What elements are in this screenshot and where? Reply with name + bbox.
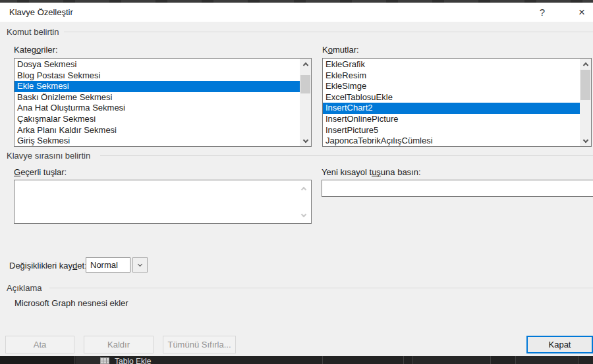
scroll-up-icon[interactable] <box>300 59 311 69</box>
new-shortcut-input[interactable] <box>322 180 593 197</box>
list-item[interactable]: InsertChart2 <box>323 103 580 114</box>
current-keys-listbox[interactable] <box>14 180 312 224</box>
label-accesskey: uş <box>372 167 381 177</box>
commands-label: Komutlar: <box>322 45 359 55</box>
chevron-up-icon <box>301 186 306 192</box>
scroll-down-icon[interactable] <box>580 136 591 146</box>
customize-keyboard-dialog: Klavye Özelleştir ? × Komut belirtin Kat… <box>0 0 593 364</box>
group-rule <box>64 32 593 32</box>
categories-scrollbar[interactable] <box>300 59 311 146</box>
help-icon[interactable]: ? <box>531 3 553 22</box>
list-item[interactable]: JaponcaTebrikAçılışCümlesi <box>323 136 580 147</box>
group-rule <box>100 155 593 156</box>
strip-separator <box>579 356 579 364</box>
chevron-down-icon <box>138 262 142 267</box>
table-icon <box>100 357 109 364</box>
list-item[interactable]: EkleSimge <box>323 81 580 92</box>
chevron-down-icon <box>582 137 588 142</box>
scrollbar-thumb[interactable] <box>580 70 590 100</box>
list-item[interactable]: Ekle Sekmesi <box>14 81 300 92</box>
label-text: K <box>322 45 328 55</box>
remove-button[interactable]: Kaldır <box>84 336 154 353</box>
list-item[interactable]: Giriş Sekmesi <box>14 136 300 147</box>
chevron-down-icon <box>301 211 306 217</box>
close-icon[interactable]: × <box>571 3 593 22</box>
group-description: Açıklama <box>7 283 42 293</box>
label-text: mutlar: <box>333 45 359 55</box>
list-item[interactable]: Ana Hat Oluşturma Sekmesi <box>14 103 300 114</box>
chevron-up-icon <box>302 62 308 67</box>
strip-segment <box>76 356 101 364</box>
strip-separator <box>490 356 491 364</box>
commands-list: EkleGrafikEkleResimEkleSimgeExcelTablosu… <box>323 59 580 146</box>
current-keys-label: Geçerli tuşlar: <box>14 167 67 177</box>
list-item[interactable]: InsertPicture5 <box>323 125 580 136</box>
group-specify-keyboard: Klavye sırasını belirtin <box>7 151 90 161</box>
label-accesskey: o <box>328 45 333 55</box>
list-item[interactable]: Çakışmalar Sekmesi <box>14 114 300 125</box>
command-description: Microsoft Graph nesnesi ekler <box>14 298 128 308</box>
strip-separator <box>515 356 516 364</box>
strip-segment <box>515 356 579 364</box>
background-window-strip: Tablo Ekle <box>0 356 593 364</box>
commands-scrollbar[interactable] <box>580 59 591 146</box>
close-button[interactable]: Kapat <box>526 336 593 353</box>
list-item[interactable]: Baskı Önizleme Sekmesi <box>14 92 300 103</box>
save-changes-label: Değişiklikleri kaydet: <box>9 261 87 271</box>
save-changes-combobox[interactable]: Normal <box>86 257 130 273</box>
categories-listbox[interactable]: Dosya SekmesiBlog Postası SekmesiEkle Se… <box>14 58 312 147</box>
list-item[interactable]: InsertOnlinePicture <box>323 114 580 125</box>
list-item[interactable]: EkleResim <box>323 70 580 82</box>
chevron-down-icon <box>302 137 308 142</box>
group-specify-command: Komut belirtin <box>7 27 59 37</box>
list-item[interactable]: EkleGrafik <box>323 59 580 70</box>
new-shortcut-label: Yeni kısayol tuşuna basın: <box>322 167 421 177</box>
commands-listbox[interactable]: EkleGrafikEkleResimEkleSimgeExcelTablosu… <box>322 58 592 147</box>
strip-separator <box>412 356 413 364</box>
strip-segment <box>0 356 74 364</box>
label-text: Değişiklikleri kay <box>9 261 72 271</box>
strip-segment <box>412 356 490 364</box>
list-item[interactable]: ExcelTablosuEkle <box>323 92 580 103</box>
label-text: riler: <box>41 45 57 55</box>
save-changes-dropdown-button[interactable] <box>132 257 148 273</box>
strip-separator <box>74 356 75 364</box>
dialog-titlebar[interactable]: Klavye Özelleştir ? × <box>0 3 593 22</box>
list-item[interactable]: Blog Postası Sekmesi <box>14 70 300 82</box>
assign-button[interactable]: Ata <box>5 336 74 353</box>
strip-separator <box>322 356 323 364</box>
strip-separator <box>403 356 404 364</box>
label-text: Kateg <box>14 45 36 55</box>
scroll-up-icon-disabled <box>299 184 308 192</box>
categories-label: Kategoriler: <box>14 45 58 55</box>
insert-table-menu-item[interactable]: Tablo Ekle <box>115 357 151 364</box>
scroll-down-icon[interactable] <box>300 136 311 146</box>
scrollbar-thumb[interactable] <box>300 75 310 93</box>
label-accesskey: G <box>14 167 20 177</box>
scroll-down-icon-disabled <box>299 211 308 219</box>
dialog-title: Klavye Özelleştir <box>9 3 73 22</box>
group-rule <box>49 288 593 288</box>
label-text: eçerli tuşlar: <box>20 167 67 177</box>
categories-list: Dosya SekmesiBlog Postası SekmesiEkle Se… <box>14 59 300 146</box>
list-item[interactable]: Dosya Sekmesi <box>14 59 300 70</box>
reset-all-button[interactable]: Tümünü Sıfırla... <box>163 336 236 353</box>
label-text: Yeni kısayol t <box>322 167 372 177</box>
list-item[interactable]: Arka Planı Kaldır Sekmesi <box>14 125 300 136</box>
label-text: una basın: <box>381 167 421 177</box>
scroll-up-icon[interactable] <box>580 59 591 69</box>
chevron-up-icon <box>582 62 588 67</box>
